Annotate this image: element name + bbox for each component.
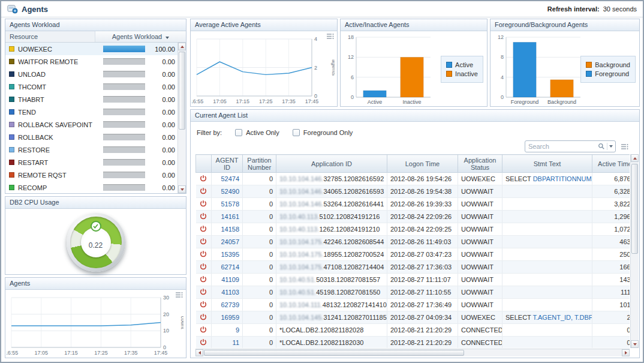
agent-table-row[interactable]: 11 0 *LOCAL.DB2.120821182030 2012-08-21 …: [196, 337, 630, 349]
power-icon[interactable]: [200, 239, 207, 246]
agent-table-row[interactable]: 15395 0 10.10.104.175.18955.12082700524 …: [196, 248, 630, 261]
agent-id-link[interactable]: 62739: [221, 301, 239, 308]
workload-row[interactable]: RECOMP 0.00: [5, 181, 177, 193]
scroll-up-button[interactable]: [631, 154, 639, 162]
search-options-chevron-icon[interactable]: [609, 145, 613, 148]
power-icon[interactable]: [200, 226, 207, 233]
agent-table-horizontal-scrollbar[interactable]: [195, 349, 630, 356]
column-header-application-status[interactable]: Application Status: [458, 155, 502, 173]
table-menu-icon[interactable]: [621, 143, 628, 150]
workload-row[interactable]: REMOTE RQST 0.00: [5, 169, 177, 181]
agent-table-row[interactable]: 24057 0 10.10.104.175.42246.12082608544 …: [196, 236, 630, 248]
scrollbar-thumb[interactable]: [204, 350, 464, 356]
legend-swatch: [586, 71, 592, 77]
agent-table-row[interactable]: 52490 0 10.10.104.146.34065.12082616593 …: [196, 185, 630, 198]
power-icon[interactable]: [200, 188, 207, 196]
agent-id-cell: 51578: [212, 198, 243, 211]
workload-value: 0.00: [149, 71, 175, 78]
agent-table-row[interactable]: 62714 0 10.10.104.175.47108.12082714404 …: [196, 261, 630, 274]
agent-id-link[interactable]: 41103: [221, 289, 239, 296]
workload-row[interactable]: THABRT 0.00: [5, 93, 177, 106]
scrollbar-thumb[interactable]: [179, 52, 185, 130]
column-header-stmt-text[interactable]: Stmt Text: [502, 155, 592, 173]
active-only-label[interactable]: Active Only: [246, 129, 279, 136]
agent-id-link[interactable]: 62714: [221, 263, 239, 271]
agent-table-row[interactable]: 41103 0 10.10.40.51.45198.120827081550 2…: [196, 286, 630, 299]
agent-table-row[interactable]: 14158 0 10.10.40.113.1262.120824191210 2…: [196, 223, 630, 236]
scroll-down-button[interactable]: [631, 340, 639, 348]
agent-id-link[interactable]: 14161: [221, 213, 239, 220]
scroll-left-button[interactable]: [195, 349, 203, 356]
agent-id-link[interactable]: 9: [236, 326, 239, 334]
workload-row[interactable]: TEND 0.00: [5, 106, 177, 118]
workload-row[interactable]: UOWEXEC 100.00: [5, 43, 177, 55]
agent-id-link[interactable]: 52474: [221, 175, 239, 182]
active-time-cell: 111.00: [592, 286, 630, 299]
power-icon[interactable]: [200, 340, 207, 347]
column-header-partition-number[interactable]: Partition Number: [243, 155, 276, 173]
agent-table-row[interactable]: 41109 0 10.10.40.51.50318.120827081557 2…: [196, 274, 630, 286]
agent-id-link[interactable]: 11: [233, 339, 239, 346]
agent-table-row[interactable]: 51578 0 10.10.104.146.53264.12082616441 …: [196, 198, 630, 211]
workload-row[interactable]: THCOMT 0.00: [5, 80, 177, 93]
scroll-right-button[interactable]: [622, 349, 630, 356]
column-header-icon: [196, 155, 212, 173]
scrollbar-thumb[interactable]: [631, 164, 638, 254]
redacted-host: 10.10.104.146.: [279, 200, 323, 208]
agent-id-link[interactable]: 52490: [221, 188, 239, 195]
agent-table-row[interactable]: 9 0 *LOCAL.DB2.120821182028 2012-08-21 2…: [196, 324, 630, 337]
foreground-only-label[interactable]: Foreground Only: [303, 129, 353, 136]
workload-row[interactable]: ROLLBACK SAVEPOINT 0.00: [5, 118, 177, 131]
column-header-agent-id[interactable]: AGENT ID: [212, 155, 243, 173]
column-header-agents-workload[interactable]: Agents Workload: [95, 31, 186, 42]
agent-id-link[interactable]: 16959: [221, 314, 239, 321]
agent-id-link[interactable]: 41109: [221, 276, 239, 283]
power-icon[interactable]: [200, 264, 207, 271]
agent-id-cell: 52474: [212, 173, 243, 185]
power-icon[interactable]: [200, 327, 207, 334]
agent-table-row[interactable]: 14161 0 10.10.40.113.5102.120824191216 2…: [196, 211, 630, 223]
logon-time-cell: 2012-08-24 22:09:25: [387, 223, 458, 236]
scroll-up-button[interactable]: [178, 43, 186, 50]
legend-item: Foreground: [586, 70, 630, 77]
power-icon[interactable]: [200, 314, 207, 322]
svg-text:4: 4: [501, 74, 504, 80]
workload-row[interactable]: RESTART 0.00: [5, 156, 177, 169]
column-header-application-id[interactable]: Application ID: [276, 155, 387, 173]
agent-id-link[interactable]: 51578: [221, 200, 239, 208]
search-input[interactable]: [525, 143, 598, 150]
workload-row[interactable]: UNLOAD 0.00: [5, 68, 177, 80]
agent-table-row[interactable]: 16959 0 10.10.104.145.31241.120827011185…: [196, 311, 630, 324]
column-header-active-time[interactable]: Active Time: [592, 155, 630, 173]
power-icon[interactable]: [200, 289, 207, 296]
workload-row[interactable]: ROLLBACK 0.00: [5, 131, 177, 143]
partition-number-cell: 0: [243, 261, 276, 274]
search-box[interactable]: [525, 140, 616, 152]
agent-table-row[interactable]: 52474 0 10.10.104.146.32785.12082616592 …: [196, 173, 630, 185]
workload-scrollbar[interactable]: [177, 43, 186, 193]
workload-row[interactable]: WAITFOR REMOTE 0.00: [5, 55, 177, 68]
foreground-only-checkbox[interactable]: [293, 129, 300, 136]
power-icon[interactable]: [200, 251, 207, 259]
stmt-text-cell: [502, 248, 592, 261]
agent-table-vertical-scrollbar[interactable]: [630, 154, 639, 348]
power-icon[interactable]: [200, 201, 207, 208]
agent-id-link[interactable]: 14158: [221, 226, 239, 233]
column-header-resource[interactable]: Resource: [5, 31, 95, 42]
chart-menu-icon[interactable]: [326, 33, 334, 40]
search-icon[interactable]: [598, 143, 605, 150]
partition-number-cell: 0: [243, 223, 276, 236]
agent-table-row[interactable]: 62739 0 10.10.104.111.48132.120827141410…: [196, 299, 630, 311]
power-icon[interactable]: [200, 277, 207, 284]
agent-id-link[interactable]: 24057: [221, 238, 239, 245]
chart-menu-icon[interactable]: [175, 292, 183, 298]
agent-id-link[interactable]: 15395: [221, 251, 239, 258]
active-only-checkbox[interactable]: [235, 129, 242, 136]
power-icon[interactable]: [200, 176, 207, 183]
column-header-logon-time[interactable]: Logon Time: [387, 155, 458, 173]
svg-text:0: 0: [314, 93, 317, 99]
scroll-down-button[interactable]: [178, 185, 186, 193]
power-icon[interactable]: [200, 302, 207, 309]
power-icon[interactable]: [200, 214, 207, 221]
workload-row[interactable]: RESTORE 0.00: [5, 143, 177, 156]
